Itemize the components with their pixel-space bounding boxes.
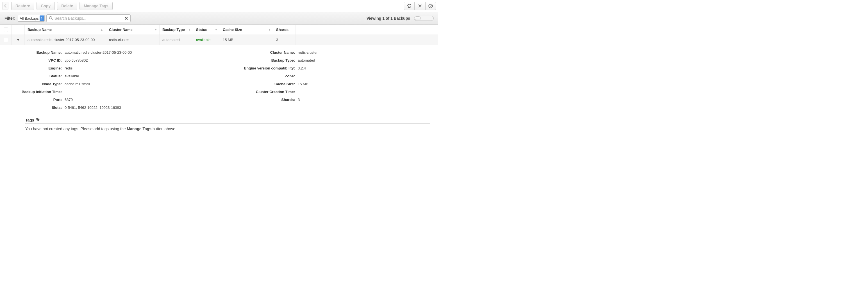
- status-available-text: available: [196, 38, 210, 42]
- detail-value: available: [65, 74, 79, 78]
- refresh-button[interactable]: [404, 2, 414, 10]
- toolbar-icon-group: [404, 2, 436, 10]
- help-icon: [428, 4, 433, 8]
- detail-key: Shards:: [219, 97, 298, 102]
- header-shards[interactable]: Shards: [273, 25, 296, 35]
- tags-title: Tags: [25, 118, 34, 122]
- filter-select-value: All Backups: [20, 16, 39, 21]
- search-wrap: ✕: [46, 15, 131, 22]
- svg-point-2: [430, 7, 431, 7]
- chevron-down-icon: ▼: [17, 38, 20, 41]
- detail-panel: Backup Name:automatic.redis-cluster-2017…: [0, 45, 438, 137]
- sort-icon: ▾: [215, 28, 217, 31]
- detail-key: Engine:: [8, 66, 65, 70]
- detail-value: redis-cluster: [298, 50, 318, 55]
- detail-key: Status:: [8, 74, 65, 78]
- tag-icon: [36, 118, 40, 122]
- chevron-left-icon: [4, 4, 6, 8]
- svg-point-5: [36, 118, 37, 119]
- header-label: Shards: [276, 28, 288, 32]
- detail-key: Slots:: [8, 106, 65, 110]
- row-expand-cell[interactable]: ▼: [12, 35, 25, 45]
- header-label: Cache Size: [223, 28, 242, 32]
- detail-value: cache.m1.small: [65, 82, 90, 86]
- detail-value: 0-5461, 5462-10922, 10923-16383: [65, 106, 121, 110]
- cell-shards: 3: [273, 35, 296, 45]
- detail-value: automatic.redis-cluster-2017-05-23-00-00: [65, 50, 132, 55]
- detail-value: 3.2.4: [298, 66, 306, 70]
- header-backup-type[interactable]: Backup Type ▾: [160, 25, 193, 35]
- detail-value: 3: [298, 97, 300, 102]
- header-label: Backup Type: [162, 28, 185, 32]
- filter-select[interactable]: All Backups ▲▼: [18, 15, 45, 22]
- svg-line-4: [52, 19, 53, 20]
- filter-bar: Filter: All Backups ▲▼ ✕ Viewing 1 of 1 …: [0, 12, 438, 25]
- detail-key: Node Type:: [8, 82, 65, 86]
- sort-icon: ▾: [155, 28, 156, 31]
- detail-key: VPC ID:: [8, 58, 65, 62]
- detail-key: Cluster Name:: [219, 50, 298, 55]
- detail-key: Backup Type:: [219, 58, 298, 62]
- detail-key: Zone:: [219, 74, 298, 78]
- header-status[interactable]: Status ▾: [193, 25, 220, 35]
- settings-button[interactable]: [414, 2, 425, 10]
- header-cache-size[interactable]: Cache Size ▾: [220, 25, 273, 35]
- viewing-count-label: Viewing 1 of 1 Backups: [367, 16, 410, 21]
- detail-value: automated: [298, 58, 315, 62]
- sort-icon: ▾: [189, 28, 190, 31]
- cell-backup-name: automatic.redis-cluster-2017-05-23-00-00: [25, 35, 106, 45]
- table-header: Backup Name ▲ Cluster Name ▾ Backup Type…: [0, 25, 438, 35]
- page-slider[interactable]: [414, 16, 434, 21]
- svg-point-3: [49, 16, 52, 19]
- tags-empty-pre: You have not created any tags. Please ad…: [25, 126, 127, 131]
- detail-value: vpc-6578b802: [65, 58, 88, 62]
- help-button[interactable]: [425, 2, 436, 10]
- detail-value: redis: [65, 66, 72, 70]
- header-cluster-name[interactable]: Cluster Name ▾: [106, 25, 160, 35]
- detail-key: Cluster Creation Time:: [219, 90, 298, 94]
- tags-empty-post: button above.: [151, 126, 177, 131]
- clear-search-button[interactable]: ✕: [124, 16, 128, 21]
- svg-point-0: [420, 5, 421, 6]
- tags-header: Tags: [25, 118, 430, 124]
- header-backup-name[interactable]: Backup Name ▲: [25, 25, 106, 35]
- tags-section: Tags You have not created any tags. Plea…: [8, 118, 430, 131]
- sort-asc-icon: ▲: [100, 28, 103, 31]
- cell-status: available: [193, 35, 220, 45]
- detail-col-left: Backup Name:automatic.redis-cluster-2017…: [8, 48, 219, 111]
- header-expand-cell: [12, 25, 25, 35]
- tags-empty-bold: Manage Tags: [127, 126, 151, 131]
- cell-cache-size: 15 MB: [220, 35, 273, 45]
- tags-empty-message: You have not created any tags. Please ad…: [25, 126, 430, 131]
- detail-value: 15 MB: [298, 82, 308, 86]
- detail-key: Backup Name:: [8, 50, 65, 55]
- detail-key: Port:: [8, 97, 65, 102]
- back-button[interactable]: [2, 2, 8, 10]
- page-slider-thumb: [414, 16, 421, 20]
- delete-button[interactable]: Delete: [57, 2, 77, 10]
- copy-button[interactable]: Copy: [36, 2, 55, 10]
- detail-key: Backup Initiation Time:: [8, 90, 65, 94]
- detail-col-right: Cluster Name:redis-cluster Backup Type:a…: [219, 48, 430, 111]
- detail-value: 6379: [65, 97, 73, 102]
- cell-cluster-name: redis-cluster: [106, 35, 160, 45]
- header-label: Backup Name: [28, 28, 52, 32]
- gear-icon: [418, 4, 422, 8]
- refresh-icon: [407, 4, 411, 8]
- select-all-checkbox[interactable]: [4, 28, 8, 32]
- header-checkbox-cell: [0, 25, 12, 35]
- manage-tags-button[interactable]: Manage Tags: [80, 2, 113, 10]
- action-toolbar: Restore Copy Delete Manage Tags: [0, 0, 438, 12]
- select-arrows-icon: ▲▼: [40, 16, 44, 21]
- restore-button[interactable]: Restore: [11, 2, 34, 10]
- header-label: Status: [196, 28, 207, 32]
- search-input[interactable]: [55, 16, 124, 21]
- search-icon: [49, 16, 53, 21]
- header-label: Cluster Name: [109, 28, 132, 32]
- row-checkbox[interactable]: [4, 38, 8, 42]
- filter-label: Filter:: [4, 16, 16, 21]
- detail-key: Cache Size:: [219, 82, 298, 86]
- cell-backup-type: automated: [160, 35, 193, 45]
- row-checkbox-cell: [0, 35, 12, 45]
- table-row[interactable]: ▼ automatic.redis-cluster-2017-05-23-00-…: [0, 35, 438, 45]
